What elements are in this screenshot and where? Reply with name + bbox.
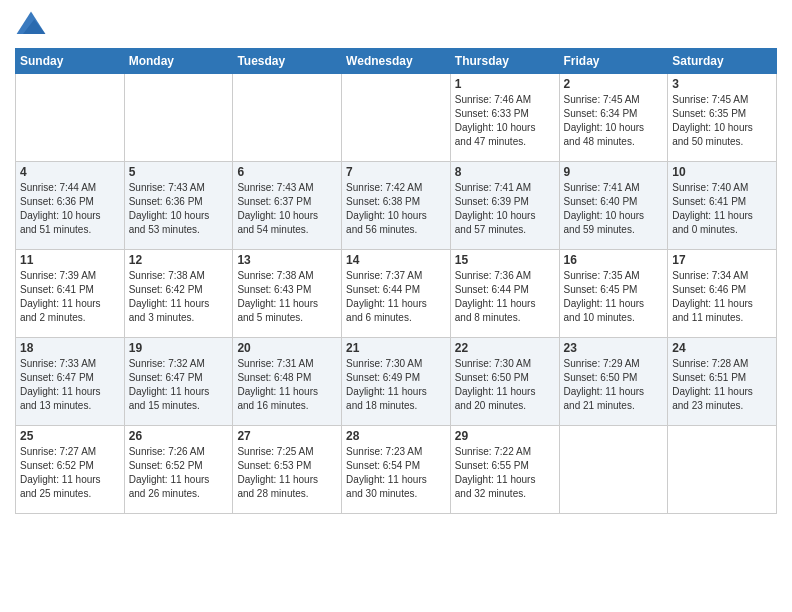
week-row-2: 11Sunrise: 7:39 AM Sunset: 6:41 PM Dayli… [16, 250, 777, 338]
calendar-body: 1Sunrise: 7:46 AM Sunset: 6:33 PM Daylig… [16, 74, 777, 514]
day-number: 8 [455, 165, 555, 179]
day-info: Sunrise: 7:45 AM Sunset: 6:35 PM Dayligh… [672, 93, 772, 149]
day-number: 13 [237, 253, 337, 267]
day-number: 6 [237, 165, 337, 179]
calendar-cell: 12Sunrise: 7:38 AM Sunset: 6:42 PM Dayli… [124, 250, 233, 338]
calendar-cell: 1Sunrise: 7:46 AM Sunset: 6:33 PM Daylig… [450, 74, 559, 162]
calendar-table: SundayMondayTuesdayWednesdayThursdayFrid… [15, 48, 777, 514]
calendar-cell: 28Sunrise: 7:23 AM Sunset: 6:54 PM Dayli… [342, 426, 451, 514]
calendar-cell: 4Sunrise: 7:44 AM Sunset: 6:36 PM Daylig… [16, 162, 125, 250]
calendar-cell: 2Sunrise: 7:45 AM Sunset: 6:34 PM Daylig… [559, 74, 668, 162]
day-info: Sunrise: 7:43 AM Sunset: 6:36 PM Dayligh… [129, 181, 229, 237]
week-row-0: 1Sunrise: 7:46 AM Sunset: 6:33 PM Daylig… [16, 74, 777, 162]
day-number: 27 [237, 429, 337, 443]
day-number: 23 [564, 341, 664, 355]
calendar-cell [233, 74, 342, 162]
calendar-cell: 7Sunrise: 7:42 AM Sunset: 6:38 PM Daylig… [342, 162, 451, 250]
day-info: Sunrise: 7:30 AM Sunset: 6:49 PM Dayligh… [346, 357, 446, 413]
logo-icon [15, 10, 47, 42]
day-number: 29 [455, 429, 555, 443]
calendar-cell: 19Sunrise: 7:32 AM Sunset: 6:47 PM Dayli… [124, 338, 233, 426]
day-number: 2 [564, 77, 664, 91]
calendar-cell [16, 74, 125, 162]
day-info: Sunrise: 7:40 AM Sunset: 6:41 PM Dayligh… [672, 181, 772, 237]
day-info: Sunrise: 7:34 AM Sunset: 6:46 PM Dayligh… [672, 269, 772, 325]
day-number: 12 [129, 253, 229, 267]
calendar-cell: 9Sunrise: 7:41 AM Sunset: 6:40 PM Daylig… [559, 162, 668, 250]
calendar-header: SundayMondayTuesdayWednesdayThursdayFrid… [16, 49, 777, 74]
calendar-cell: 18Sunrise: 7:33 AM Sunset: 6:47 PM Dayli… [16, 338, 125, 426]
day-number: 28 [346, 429, 446, 443]
day-info: Sunrise: 7:43 AM Sunset: 6:37 PM Dayligh… [237, 181, 337, 237]
logo [15, 10, 51, 42]
day-info: Sunrise: 7:28 AM Sunset: 6:51 PM Dayligh… [672, 357, 772, 413]
calendar-cell: 17Sunrise: 7:34 AM Sunset: 6:46 PM Dayli… [668, 250, 777, 338]
weekday-header-monday: Monday [124, 49, 233, 74]
calendar-cell: 23Sunrise: 7:29 AM Sunset: 6:50 PM Dayli… [559, 338, 668, 426]
weekday-header-thursday: Thursday [450, 49, 559, 74]
weekday-header-sunday: Sunday [16, 49, 125, 74]
day-number: 7 [346, 165, 446, 179]
calendar-cell: 3Sunrise: 7:45 AM Sunset: 6:35 PM Daylig… [668, 74, 777, 162]
calendar-cell [668, 426, 777, 514]
page: SundayMondayTuesdayWednesdayThursdayFrid… [0, 0, 792, 612]
calendar-cell: 15Sunrise: 7:36 AM Sunset: 6:44 PM Dayli… [450, 250, 559, 338]
day-number: 11 [20, 253, 120, 267]
day-info: Sunrise: 7:27 AM Sunset: 6:52 PM Dayligh… [20, 445, 120, 501]
day-info: Sunrise: 7:42 AM Sunset: 6:38 PM Dayligh… [346, 181, 446, 237]
day-info: Sunrise: 7:22 AM Sunset: 6:55 PM Dayligh… [455, 445, 555, 501]
calendar-cell: 21Sunrise: 7:30 AM Sunset: 6:49 PM Dayli… [342, 338, 451, 426]
calendar-cell: 11Sunrise: 7:39 AM Sunset: 6:41 PM Dayli… [16, 250, 125, 338]
calendar-cell: 8Sunrise: 7:41 AM Sunset: 6:39 PM Daylig… [450, 162, 559, 250]
calendar-cell: 27Sunrise: 7:25 AM Sunset: 6:53 PM Dayli… [233, 426, 342, 514]
day-number: 17 [672, 253, 772, 267]
calendar-cell: 25Sunrise: 7:27 AM Sunset: 6:52 PM Dayli… [16, 426, 125, 514]
day-info: Sunrise: 7:38 AM Sunset: 6:43 PM Dayligh… [237, 269, 337, 325]
day-info: Sunrise: 7:36 AM Sunset: 6:44 PM Dayligh… [455, 269, 555, 325]
weekday-header-tuesday: Tuesday [233, 49, 342, 74]
day-info: Sunrise: 7:37 AM Sunset: 6:44 PM Dayligh… [346, 269, 446, 325]
day-number: 21 [346, 341, 446, 355]
weekday-header-wednesday: Wednesday [342, 49, 451, 74]
day-info: Sunrise: 7:25 AM Sunset: 6:53 PM Dayligh… [237, 445, 337, 501]
day-info: Sunrise: 7:41 AM Sunset: 6:39 PM Dayligh… [455, 181, 555, 237]
day-info: Sunrise: 7:32 AM Sunset: 6:47 PM Dayligh… [129, 357, 229, 413]
day-number: 25 [20, 429, 120, 443]
day-number: 1 [455, 77, 555, 91]
calendar-cell [342, 74, 451, 162]
day-info: Sunrise: 7:45 AM Sunset: 6:34 PM Dayligh… [564, 93, 664, 149]
calendar-cell [124, 74, 233, 162]
day-number: 18 [20, 341, 120, 355]
calendar-cell: 16Sunrise: 7:35 AM Sunset: 6:45 PM Dayli… [559, 250, 668, 338]
calendar-cell: 5Sunrise: 7:43 AM Sunset: 6:36 PM Daylig… [124, 162, 233, 250]
calendar-cell: 13Sunrise: 7:38 AM Sunset: 6:43 PM Dayli… [233, 250, 342, 338]
day-info: Sunrise: 7:39 AM Sunset: 6:41 PM Dayligh… [20, 269, 120, 325]
day-number: 16 [564, 253, 664, 267]
day-info: Sunrise: 7:38 AM Sunset: 6:42 PM Dayligh… [129, 269, 229, 325]
day-number: 14 [346, 253, 446, 267]
day-number: 24 [672, 341, 772, 355]
day-number: 20 [237, 341, 337, 355]
calendar-cell: 14Sunrise: 7:37 AM Sunset: 6:44 PM Dayli… [342, 250, 451, 338]
day-number: 10 [672, 165, 772, 179]
calendar-cell: 10Sunrise: 7:40 AM Sunset: 6:41 PM Dayli… [668, 162, 777, 250]
day-info: Sunrise: 7:46 AM Sunset: 6:33 PM Dayligh… [455, 93, 555, 149]
day-info: Sunrise: 7:23 AM Sunset: 6:54 PM Dayligh… [346, 445, 446, 501]
calendar-cell: 29Sunrise: 7:22 AM Sunset: 6:55 PM Dayli… [450, 426, 559, 514]
day-number: 15 [455, 253, 555, 267]
day-info: Sunrise: 7:26 AM Sunset: 6:52 PM Dayligh… [129, 445, 229, 501]
day-info: Sunrise: 7:33 AM Sunset: 6:47 PM Dayligh… [20, 357, 120, 413]
day-number: 5 [129, 165, 229, 179]
day-number: 3 [672, 77, 772, 91]
week-row-1: 4Sunrise: 7:44 AM Sunset: 6:36 PM Daylig… [16, 162, 777, 250]
calendar-cell: 20Sunrise: 7:31 AM Sunset: 6:48 PM Dayli… [233, 338, 342, 426]
week-row-3: 18Sunrise: 7:33 AM Sunset: 6:47 PM Dayli… [16, 338, 777, 426]
weekday-header-friday: Friday [559, 49, 668, 74]
day-number: 22 [455, 341, 555, 355]
day-info: Sunrise: 7:30 AM Sunset: 6:50 PM Dayligh… [455, 357, 555, 413]
day-info: Sunrise: 7:29 AM Sunset: 6:50 PM Dayligh… [564, 357, 664, 413]
header [15, 10, 777, 42]
day-number: 19 [129, 341, 229, 355]
day-info: Sunrise: 7:41 AM Sunset: 6:40 PM Dayligh… [564, 181, 664, 237]
day-info: Sunrise: 7:44 AM Sunset: 6:36 PM Dayligh… [20, 181, 120, 237]
